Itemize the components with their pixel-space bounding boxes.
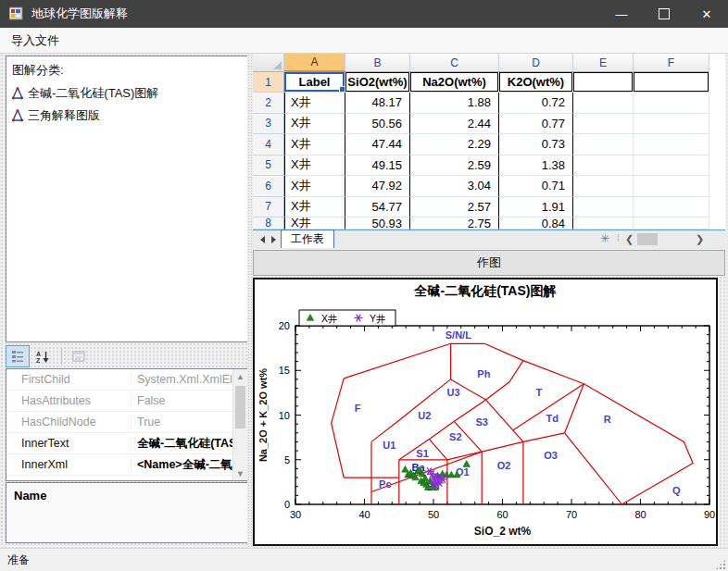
svg-text:20: 20 (279, 320, 290, 331)
scroll-down-icon[interactable]: ▼ (233, 466, 247, 480)
row-header-7[interactable]: 7 (253, 197, 284, 218)
column-header-A[interactable]: A (284, 54, 345, 72)
menu-item-import-file[interactable]: 导入文件 (0, 29, 70, 53)
cell-A1[interactable]: Label (284, 72, 345, 93)
property-row[interactable]: HasAttributesFalse (6, 391, 247, 412)
cell-A3[interactable]: X井 (284, 114, 345, 135)
new-sheet-icon[interactable]: ✳ (600, 232, 609, 245)
cell-D8[interactable]: 0.84 (499, 217, 573, 230)
cell-A2[interactable]: X井 (284, 93, 345, 114)
row-header-4[interactable]: 4 (253, 134, 284, 155)
cell-B6[interactable]: 47.92 (345, 176, 410, 197)
cell-E6[interactable] (573, 176, 634, 197)
property-row[interactable]: InnerText全碱-二氧化硅(TAS (6, 433, 247, 454)
resize-grip[interactable] (715, 559, 726, 570)
cell-A8[interactable]: X井 (284, 217, 345, 230)
cell-E7[interactable] (573, 197, 634, 218)
property-name: InnerText (6, 437, 131, 450)
row-header-2[interactable]: 2 (253, 93, 284, 114)
cell-A7[interactable]: X井 (284, 197, 345, 218)
column-header-B[interactable]: B (345, 54, 410, 72)
sheet-tab-bar: 工作表 ✳ ⁞ ❮ ❯ (253, 230, 725, 249)
property-row[interactable]: IsEmptyFalse (6, 476, 247, 481)
cell-E3[interactable] (573, 114, 634, 135)
cell-C1[interactable]: Na2O(wt%) (410, 72, 499, 93)
cell-D2[interactable]: 0.72 (499, 93, 573, 114)
tree-item[interactable]: 三角解释图版 (6, 105, 247, 127)
categorized-button[interactable] (6, 345, 30, 367)
svg-text:S/N/L: S/N/L (446, 329, 471, 341)
cell-B1[interactable]: SiO2(wt%) (345, 72, 410, 93)
cell-E5[interactable] (573, 155, 634, 177)
property-row[interactable]: HasChildNodeTrue (6, 412, 247, 433)
hscroll-right-icon[interactable]: ❯ (696, 233, 704, 245)
cell-B2[interactable]: 48.17 (345, 93, 410, 114)
cell-B8[interactable]: 50.93 (345, 217, 410, 230)
cell-E2[interactable] (573, 93, 634, 114)
tab-scroll-right-icon[interactable] (271, 236, 276, 243)
cell-F7[interactable] (634, 197, 709, 218)
row-header-5[interactable]: 5 (253, 155, 284, 177)
cell-C8[interactable]: 2.75 (410, 217, 499, 230)
row-header-1[interactable]: 1 (253, 72, 284, 93)
scroll-up-icon[interactable]: ▲ (233, 369, 247, 383)
status-text: 准备 (0, 552, 30, 568)
row-header-6[interactable]: 6 (253, 176, 284, 197)
cell-A5[interactable]: X井 (284, 155, 345, 177)
cell-D6[interactable]: 0.71 (499, 176, 573, 197)
cell-C5[interactable]: 2.59 (410, 155, 499, 177)
hscrollbar-thumb[interactable] (637, 233, 658, 245)
tab-scroll-left-icon[interactable] (260, 236, 265, 243)
property-row[interactable]: FirstChildSystem.Xml.XmlEl (6, 369, 247, 391)
cell-B5[interactable]: 49.15 (345, 155, 410, 177)
sheet-tab[interactable]: 工作表 (281, 230, 334, 248)
cell-E8[interactable] (573, 217, 634, 230)
row-header-3[interactable]: 3 (253, 114, 284, 135)
minimize-button[interactable]: — (600, 0, 643, 28)
cell-F8[interactable] (634, 217, 709, 230)
cell-C7[interactable]: 2.57 (410, 197, 499, 218)
hscroll-left-icon[interactable]: ❮ (625, 233, 634, 245)
cell-C2[interactable]: 1.88 (410, 93, 499, 114)
cell-A4[interactable]: X井 (284, 134, 345, 155)
cell-A6[interactable]: X井 (284, 176, 345, 197)
cell-C3[interactable]: 2.44 (410, 114, 499, 135)
cell-B4[interactable]: 47.44 (345, 134, 410, 155)
select-all-corner[interactable] (253, 54, 284, 72)
cell-D4[interactable]: 0.73 (499, 134, 573, 155)
property-grid-scrollbar[interactable]: ▲ ▼ (232, 369, 247, 480)
table-row: 2X井48.171.880.72 (253, 93, 725, 114)
property-value: System.Xml.XmlEl (131, 373, 235, 386)
cell-F3[interactable] (634, 114, 709, 135)
cell-F6[interactable] (634, 176, 709, 197)
close-button[interactable]: ✕ (685, 0, 728, 28)
alphabetical-sort-button[interactable]: A Z (31, 346, 54, 366)
svg-text:Na_2O + K_2O wt%: Na_2O + K_2O wt% (257, 368, 269, 462)
cell-D5[interactable]: 1.38 (499, 155, 573, 177)
cell-F2[interactable] (634, 93, 709, 114)
scrollbar-thumb[interactable] (235, 386, 245, 428)
cell-E1[interactable] (573, 72, 634, 93)
cell-F5[interactable] (634, 155, 709, 177)
column-header-F[interactable]: F (634, 54, 709, 72)
cell-F1[interactable] (634, 72, 709, 93)
column-header-D[interactable]: D (499, 54, 573, 72)
svg-text:15: 15 (279, 365, 290, 376)
tree-item[interactable]: 全碱-二氧化硅(TAS)图解 (6, 82, 247, 105)
svg-text:SiO_2 wt%: SiO_2 wt% (474, 525, 532, 538)
cell-F4[interactable] (634, 134, 709, 155)
plot-button[interactable]: 作图 (253, 250, 725, 276)
cell-C4[interactable]: 2.29 (410, 134, 499, 155)
cell-D7[interactable]: 1.91 (499, 197, 573, 218)
column-header-C[interactable]: C (410, 54, 499, 72)
column-header-E[interactable]: E (573, 54, 634, 72)
cell-B7[interactable]: 54.77 (345, 197, 410, 218)
cell-E4[interactable] (573, 134, 634, 155)
cell-D1[interactable]: K2O(wt%) (499, 72, 573, 93)
property-row[interactable]: InnerXml<Name>全碱-二氧 (6, 454, 247, 476)
cell-C6[interactable]: 3.04 (410, 176, 499, 197)
row-header-8[interactable]: 8 (253, 217, 284, 230)
maximize-button[interactable] (643, 0, 685, 28)
cell-B3[interactable]: 50.56 (345, 114, 410, 135)
cell-D3[interactable]: 0.77 (499, 114, 573, 135)
